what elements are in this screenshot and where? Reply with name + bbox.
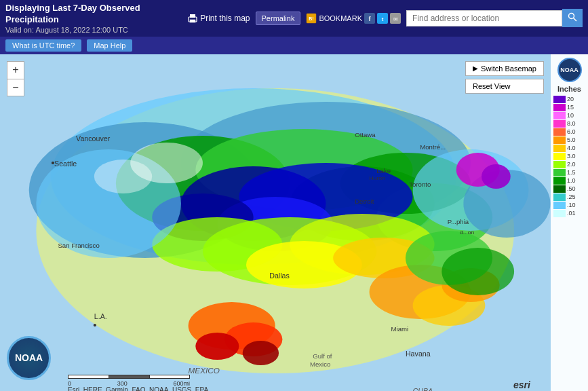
header-left: Displaying Last 7-Day Observed Precipita… xyxy=(5,3,187,34)
map-help-button[interactable]: Map Help xyxy=(87,39,132,52)
legend-color-swatch xyxy=(553,145,566,152)
legend-row: .01 xyxy=(553,210,585,217)
legend-value-label: 5.0 xyxy=(567,136,576,143)
svg-point-45 xyxy=(482,164,511,189)
zoom-in-button[interactable]: + xyxy=(7,61,24,79)
print-icon xyxy=(187,13,198,24)
legend-color-swatch xyxy=(553,96,566,103)
print-link[interactable]: Print this map xyxy=(187,13,250,24)
twitter-icon[interactable]: t xyxy=(377,13,388,24)
legend-row: 1.0 xyxy=(553,177,585,185)
header-bar: Displaying Last 7-Day Observed Precipita… xyxy=(0,0,588,37)
scale-seg-3 xyxy=(149,375,190,379)
legend-color-swatch xyxy=(553,185,566,193)
map-controls: ▶ Switch Basemap Reset View xyxy=(465,61,544,94)
scale-line xyxy=(68,375,190,379)
legend-value-label: 10 xyxy=(567,112,574,119)
search-input[interactable] xyxy=(406,10,562,26)
attribution: Esri, HERE, Garmin, FAO, NOAA, USGS, EPA xyxy=(68,386,547,391)
facebook-icon[interactable]: f xyxy=(364,13,375,24)
permalink-button[interactable]: Permalink xyxy=(256,12,301,25)
esri-logo: esri xyxy=(513,378,547,391)
search-icon xyxy=(568,12,577,22)
svg-text:L.A.: L.A. xyxy=(94,313,107,320)
legend-color-swatch xyxy=(553,120,566,128)
valid-date: Valid on: August 18, 2022 12:00 UTC xyxy=(5,26,187,34)
svg-point-35 xyxy=(243,341,279,365)
legend-color-swatch xyxy=(553,104,566,111)
svg-text:Gulf of: Gulf of xyxy=(313,353,332,360)
svg-text:Ottawa: Ottawa xyxy=(355,132,376,138)
switch-basemap-label: Switch Basemap xyxy=(481,64,536,73)
svg-text:d...on: d...on xyxy=(460,229,475,236)
legend-scale: 2015108.06.05.04.03.02.01.51.0.50.25.10.… xyxy=(551,96,588,218)
legend-row: 4.0 xyxy=(553,145,585,152)
zoom-controls: + − xyxy=(7,61,24,96)
svg-text:Miami: Miami xyxy=(391,326,409,333)
svg-text:Mexico: Mexico xyxy=(310,361,330,368)
legend-value-label: 4.0 xyxy=(567,145,576,151)
noaa-text: NOAA xyxy=(560,67,579,73)
svg-point-34 xyxy=(195,333,239,360)
scale-seg-2 xyxy=(109,375,149,379)
svg-text:P...phia: P...phia xyxy=(448,219,469,225)
svg-text:MEXICO: MEXICO xyxy=(189,367,220,375)
legend-value-label: .50 xyxy=(567,185,576,192)
legend-value-label: 1.0 xyxy=(567,177,576,184)
legend-row: 8.0 xyxy=(553,120,585,128)
legend-color-swatch xyxy=(553,193,566,201)
page-title: Displaying Last 7-Day Observed Precipita… xyxy=(5,3,187,26)
legend-row: 2.0 xyxy=(553,161,585,168)
switch-basemap-button[interactable]: ▶ Switch Basemap xyxy=(465,61,544,76)
reset-view-button[interactable]: Reset View xyxy=(465,79,544,94)
legend-color-swatch xyxy=(553,177,566,185)
svg-rect-1 xyxy=(190,14,195,18)
svg-point-47 xyxy=(94,160,152,193)
map-visual: Vancouver Seattle San Francisco L.A. Ott… xyxy=(0,54,588,391)
svg-text:Lake: Lake xyxy=(376,168,391,174)
legend-title: Inches xyxy=(557,85,581,93)
svg-text:esri: esri xyxy=(513,379,531,390)
legend-row: 5.0 xyxy=(553,136,585,144)
search-button[interactable] xyxy=(562,9,583,27)
svg-text:✉: ✉ xyxy=(393,16,398,22)
bookmark-area: B! BOOKMARK f t ✉ xyxy=(306,13,401,24)
legend-color-swatch xyxy=(553,112,566,119)
legend-row: 20 xyxy=(553,96,585,103)
bookmark-icon: B! xyxy=(306,13,317,24)
svg-text:Toronto: Toronto xyxy=(409,181,431,188)
legend-value-label: 8.0 xyxy=(567,120,576,127)
noaa-circle: NOAA xyxy=(7,336,51,380)
legend-color-swatch xyxy=(553,210,566,217)
scale-bar: 0 300 600mi xyxy=(68,375,190,387)
legend-value-label: 1.5 xyxy=(567,169,576,176)
utc-time-button[interactable]: What is UTC time? xyxy=(5,39,81,52)
svg-text:Detroit: Detroit xyxy=(355,198,374,205)
legend-color-swatch xyxy=(553,136,566,144)
legend-value-label: .01 xyxy=(567,210,576,217)
legend-value-label: 15 xyxy=(567,104,574,111)
legend-color-swatch xyxy=(553,169,566,176)
legend-value-label: 6.0 xyxy=(567,128,576,135)
map-container[interactable]: Vancouver Seattle San Francisco L.A. Ott… xyxy=(0,54,588,391)
svg-text:Havana: Havana xyxy=(406,350,431,358)
triangle-icon: ▶ xyxy=(473,64,478,72)
svg-text:Montré...: Montré... xyxy=(420,144,446,151)
svg-text:B!: B! xyxy=(309,16,314,21)
legend-row: 6.0 xyxy=(553,128,585,136)
legend-value-label: 20 xyxy=(567,96,574,103)
legend-color-swatch xyxy=(553,161,566,168)
search-bar xyxy=(406,9,583,27)
zoom-out-button[interactable]: − xyxy=(7,79,24,96)
svg-text:Vancouver: Vancouver xyxy=(76,135,111,143)
legend-color-swatch xyxy=(553,153,566,160)
email-icon[interactable]: ✉ xyxy=(390,13,401,24)
svg-text:t: t xyxy=(382,16,384,22)
legend-value-label: 3.0 xyxy=(567,153,576,160)
noaa-logo-header: NOAA xyxy=(557,58,582,82)
svg-text:Seattle: Seattle xyxy=(54,160,77,168)
legend-value-label: .25 xyxy=(567,193,576,200)
legend-row: 3.0 xyxy=(553,153,585,160)
sub-header: What is UTC time? Map Help xyxy=(0,37,588,54)
legend-row: .50 xyxy=(553,185,585,193)
